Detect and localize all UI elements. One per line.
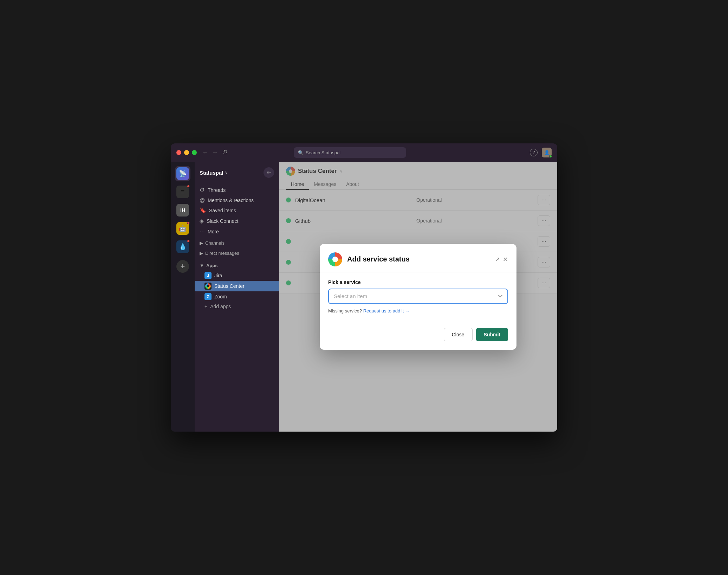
search-icon: 🔍 (298, 150, 304, 155)
sidebar-icon-app5[interactable]: 💧 (175, 239, 190, 254)
minimize-traffic-light[interactable] (184, 150, 189, 155)
badge-app2 (187, 185, 190, 188)
sidebar-item-saved[interactable]: 🔖 Saved items (195, 205, 279, 216)
avatar-wrapper: 👤 (542, 148, 552, 157)
sidebar-item-mentions[interactable]: @ Mentions & reactions (195, 195, 279, 205)
modal-external-link-button[interactable]: ↗ (495, 256, 500, 263)
missing-service-text: Missing service? Request us to add it → (328, 308, 508, 314)
saved-icon: 🔖 (200, 207, 206, 214)
sidebar-nav-section: ⏱ Threads @ Mentions & reactions 🔖 Saved… (195, 185, 279, 237)
history-button[interactable]: ⏱ (222, 149, 228, 156)
apps-header[interactable]: ▼ Apps (195, 261, 279, 270)
traffic-lights (176, 150, 197, 155)
title-bar: ← → ⏱ 🔍 Search Statuspal ? 👤 (171, 143, 557, 162)
title-bar-right: ? 👤 (530, 148, 552, 157)
modal-body: Pick a service Select an item Missing se… (320, 279, 516, 322)
online-status-dot (549, 155, 552, 158)
workspace-name[interactable]: Statuspal ∨ (200, 170, 228, 176)
modal-title: Add service status (347, 255, 490, 263)
app-item-zoom[interactable]: Z Zoom (195, 291, 279, 302)
zoom-icon: Z (204, 293, 212, 300)
modal-close-x-button[interactable]: ✕ (503, 256, 508, 263)
channels-header[interactable]: ▶ Channels (195, 238, 279, 248)
search-placeholder: Search Statuspal (306, 150, 340, 155)
jira-icon: J (204, 272, 212, 279)
maximize-traffic-light[interactable] (192, 150, 197, 155)
app-item-status-center[interactable]: Status Center (195, 281, 279, 291)
add-apps-plus-icon: + (204, 304, 207, 309)
sidebar-icon-app4[interactable]: 🤖 (175, 221, 190, 236)
add-service-modal: Add service status ↗ ✕ Pick a service Se… (320, 244, 516, 350)
search-bar[interactable]: 🔍 Search Statuspal (294, 147, 406, 158)
close-button[interactable]: Close (444, 328, 473, 341)
apps-section: ▼ Apps J Jira Status Center (195, 261, 279, 311)
add-apps-button[interactable]: + Add apps (195, 302, 279, 311)
icon-sidebar: 📡 ≡ IH 🤖 💧 + (171, 162, 195, 432)
main-layout: 📡 ≡ IH 🤖 💧 + (171, 162, 557, 432)
badge-app4 (187, 221, 190, 224)
compose-button[interactable]: ✏ (264, 167, 274, 178)
sidebar-icon-ih[interactable]: IH (175, 202, 190, 218)
request-service-link[interactable]: Request us to add it → (363, 308, 410, 314)
workspace-header: Statuspal ∨ ✏ (195, 167, 279, 183)
add-workspace-button[interactable]: + (175, 259, 190, 274)
service-select[interactable]: Select an item (328, 289, 508, 304)
channel-sidebar: Statuspal ∨ ✏ ⏱ Threads @ Mentions & rea… (195, 162, 279, 432)
direct-messages-header[interactable]: ▶ Direct messages (195, 248, 279, 258)
modal-app-icon (328, 252, 342, 266)
close-traffic-light[interactable] (176, 150, 181, 155)
back-button[interactable]: ← (202, 149, 208, 156)
slack-connect-icon: ◈ (200, 218, 204, 224)
channels-chevron-icon: ▶ (200, 240, 203, 246)
modal-divider (320, 272, 516, 272)
apps-chevron-icon: ▼ (200, 263, 204, 268)
main-content: Status Center ∨ Home Messages About Digi… (279, 162, 557, 432)
workspace-chevron-icon: ∨ (225, 170, 228, 175)
sidebar-icon-statuspal[interactable]: 📡 (175, 166, 190, 181)
threads-icon: ⏱ (200, 187, 205, 193)
app-item-jira[interactable]: J Jira (195, 270, 279, 281)
sidebar-icon-app2[interactable]: ≡ (175, 184, 190, 200)
forward-button[interactable]: → (212, 149, 218, 156)
status-center-icon (204, 283, 212, 290)
badge-app5 (187, 240, 190, 243)
modal-actions: ↗ ✕ (495, 256, 508, 263)
help-icon[interactable]: ? (530, 149, 538, 156)
dm-chevron-icon: ▶ (200, 251, 203, 256)
sidebar-item-slack-connect[interactable]: ◈ Slack Connect (195, 216, 279, 226)
mentions-icon: @ (200, 197, 205, 203)
submit-button[interactable]: Submit (476, 328, 508, 341)
sidebar-item-more[interactable]: ⋯ More (195, 226, 279, 237)
modal-header: Add service status ↗ ✕ (320, 244, 516, 272)
pick-service-label: Pick a service (328, 279, 508, 285)
mac-window: ← → ⏱ 🔍 Search Statuspal ? 👤 📡 ≡ (171, 143, 557, 432)
sidebar-item-threads[interactable]: ⏱ Threads (195, 185, 279, 195)
nav-buttons: ← → ⏱ (202, 149, 228, 156)
modal-footer: Close Submit (320, 322, 516, 350)
more-icon: ⋯ (200, 228, 205, 235)
modal-overlay: Add service status ↗ ✕ Pick a service Se… (279, 162, 557, 432)
